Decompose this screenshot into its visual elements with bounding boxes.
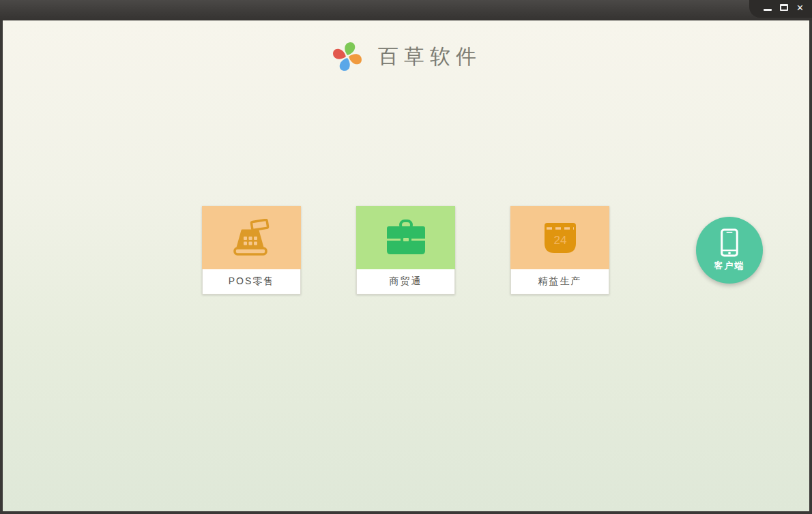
app-window: ✕ 百草软件: [0, 0, 812, 514]
header: 百草软件: [3, 33, 809, 80]
pos-card-icon-area: [202, 206, 301, 269]
product-card-lean[interactable]: 24 精益生产: [510, 206, 609, 294]
app-title: 百草软件: [378, 43, 482, 71]
close-icon: ✕: [796, 3, 804, 12]
lean-card-icon-area: 24: [510, 206, 609, 269]
product-card-pos[interactable]: POS零售: [202, 206, 301, 294]
calendar-icon: 24: [544, 222, 577, 254]
maximize-button[interactable]: [779, 3, 789, 12]
pinwheel-logo-icon: [330, 40, 364, 73]
briefcase-icon: [385, 220, 427, 256]
trade-card-icon-area: [356, 206, 455, 269]
close-button[interactable]: ✕: [795, 3, 805, 12]
smartphone-icon: [721, 228, 738, 257]
calendar-day-number: 24: [553, 234, 566, 247]
pos-card-label: POS零售: [202, 269, 301, 294]
title-bar[interactable]: ✕: [0, 0, 812, 20]
cash-register-icon: [231, 219, 273, 257]
minimize-button[interactable]: [762, 3, 772, 12]
product-card-trade[interactable]: 商贸通: [356, 206, 455, 294]
window-controls: ✕: [749, 0, 812, 18]
trade-card-label: 商贸通: [356, 269, 455, 294]
maximize-icon: [780, 4, 788, 11]
main-content: 百草软件: [3, 20, 809, 511]
minimize-icon: [764, 9, 772, 11]
client-button[interactable]: 客户端: [696, 217, 763, 284]
lean-card-label: 精益生产: [510, 269, 609, 294]
client-button-label: 客户端: [714, 260, 745, 272]
